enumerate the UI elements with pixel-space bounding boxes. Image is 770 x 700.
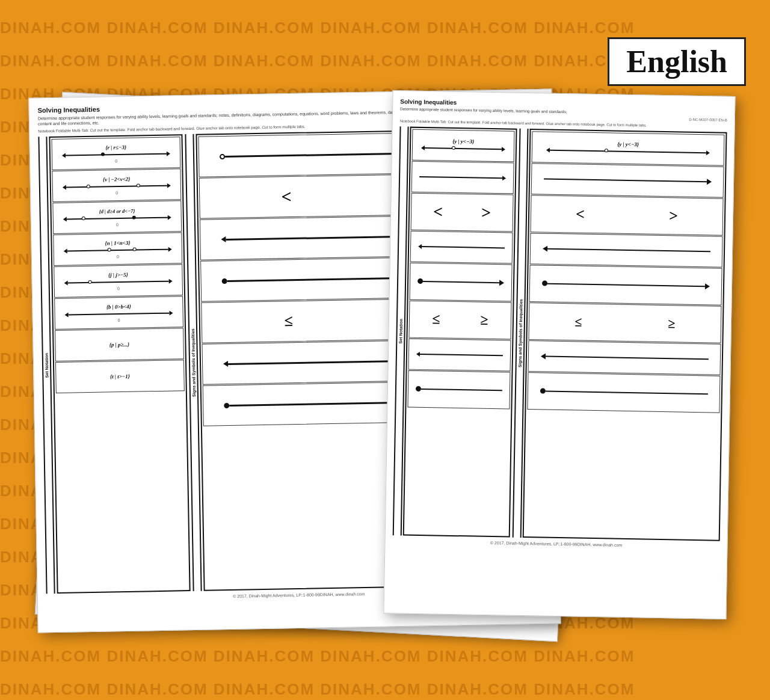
- sn-box-7: {p | p≥...}: [55, 328, 184, 362]
- sn-box-8: {t | t>−1}: [55, 360, 185, 393]
- rn-box-6: ≤ ≥: [408, 300, 511, 339]
- svg-text:DINAH.COM  DINAH.COM  DINAH.CO: DINAH.COM DINAH.COM DINAH.COM DINAH.COM …: [0, 19, 635, 37]
- rs-box-1: {y | y<−3}: [532, 131, 725, 166]
- doc-right-copyright: © 2017, Dinah-Might Adventures, LP.:1-80…: [392, 539, 719, 548]
- svg-text:DINAH.COM  DINAH.COM  DINAH.CO: DINAH.COM DINAH.COM DINAH.COM DINAH.COM …: [0, 52, 635, 70]
- rs-box-5: [529, 265, 722, 305]
- rs-box-3: < >: [531, 195, 724, 236]
- svg-text:DINAH.COM  DINAH.COM  DINAH.CO: DINAH.COM DINAH.COM DINAH.COM DINAH.COM …: [0, 680, 635, 698]
- rs-box-8: [527, 372, 720, 413]
- rn-box-5: [410, 262, 513, 301]
- sn-box-1: {r | r≤−3} 0: [52, 137, 181, 171]
- rn-box-3: < >: [411, 192, 514, 232]
- rn-box-2: [411, 161, 514, 194]
- doc-right: Solving Inequalities Determine appropria…: [383, 90, 735, 619]
- rs-box-2: [531, 163, 724, 198]
- sn-box-6: {b | 0>b<4} 0: [54, 296, 183, 330]
- rn-box-7: [408, 338, 511, 371]
- sn-box-5: {j | j>−5} 0: [54, 265, 183, 298]
- rs-box-4: [530, 233, 723, 268]
- rn-box-8: [407, 370, 510, 409]
- rn-box-4: [410, 230, 513, 263]
- sn-box-3: {d | d≥4 or d<−7} 0: [52, 201, 182, 235]
- rs-box-6: ≤ ≥: [528, 302, 721, 343]
- rs-box-7: [528, 340, 721, 375]
- documents-area: Solving Inequalities Determine appropria…: [33, 93, 737, 677]
- english-badge: English: [608, 37, 746, 86]
- english-label: English: [626, 45, 727, 79]
- rn-box-1: {y | y<−3}: [412, 129, 515, 162]
- sn-box-2: {v | −2<v<2} 0: [52, 169, 181, 203]
- sn-box-4: {n | 1<n<3} 0: [53, 233, 182, 266]
